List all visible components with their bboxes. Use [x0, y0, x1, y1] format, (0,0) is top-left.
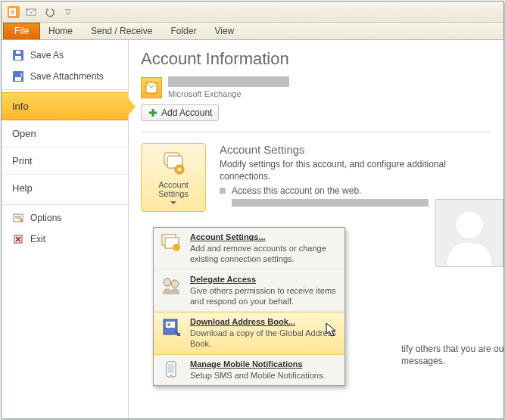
title-bar: [2, 2, 503, 23]
add-account-button[interactable]: Add Account: [141, 104, 219, 121]
svg-point-23: [171, 280, 179, 288]
nav-help[interactable]: Help: [2, 175, 128, 202]
settings-link[interactable]: Access this account on the web.: [220, 185, 491, 196]
nav-info[interactable]: Info: [2, 92, 128, 120]
bullet-icon: [220, 188, 226, 194]
nav-options[interactable]: Options: [2, 207, 128, 229]
account-header: Microsoft Exchange: [141, 76, 491, 98]
tab-view[interactable]: View: [214, 26, 234, 36]
page-title: Account Information: [141, 49, 491, 69]
nav-open[interactable]: Open: [2, 120, 128, 148]
nav-save-attachments[interactable]: Save Attachments: [2, 66, 128, 87]
exchange-icon: [141, 77, 162, 98]
send-receive-icon[interactable]: [24, 5, 39, 20]
chevron-down-icon: [170, 201, 176, 205]
dd-manage-mobile[interactable]: Manage Mobile NotificationsSetup SMS and…: [154, 355, 344, 385]
tab-send-receive[interactable]: Send / Receive: [91, 26, 152, 36]
tab-home[interactable]: Home: [48, 26, 73, 36]
settings-title: Account Settings: [220, 143, 491, 156]
svg-rect-28: [168, 364, 174, 373]
nav-options-label: Options: [30, 213, 61, 223]
ribbon-tabs: Home Send / Receive Folder View: [2, 23, 503, 40]
settings-desc: Modify settings for this account, and co…: [220, 158, 491, 182]
undo-icon[interactable]: [42, 5, 58, 20]
dd-delegate-access[interactable]: Delegate AccessGive others permission to…: [154, 270, 344, 313]
account-type: Microsoft Exchange: [168, 89, 491, 98]
svg-point-9: [20, 219, 23, 222]
nav-print[interactable]: Print: [2, 148, 128, 175]
nav-save-att-label: Save Attachments: [30, 71, 104, 82]
account-settings-dropdown: Account Settings...Add and remove accoun…: [153, 227, 345, 386]
section-out-of-office-partial: of Office) tify others that you are out …: [356, 328, 503, 367]
svg-rect-5: [16, 51, 20, 54]
dd-account-settings[interactable]: Account Settings...Add and remove accoun…: [154, 228, 344, 270]
file-tab[interactable]: File: [3, 23, 40, 39]
svg-rect-4: [15, 56, 21, 60]
nav-exit-label: Exit: [30, 234, 45, 244]
url-redacted: [232, 199, 429, 207]
settings-stack-icon: [160, 150, 187, 177]
svg-point-29: [170, 375, 172, 376]
svg-point-21: [173, 244, 180, 251]
account-settings-button[interactable]: Account Settings: [141, 143, 206, 212]
mouse-cursor: [326, 322, 339, 339]
account-name-redacted: [168, 76, 289, 87]
svg-point-17: [456, 212, 482, 238]
svg-point-15: [178, 168, 181, 171]
tab-folder[interactable]: Folder: [170, 26, 196, 36]
plus-icon: [148, 107, 158, 118]
nav-save-as[interactable]: Save As: [2, 45, 128, 66]
app-icon[interactable]: [6, 5, 21, 20]
contact-photo: [435, 199, 503, 267]
svg-point-26: [167, 323, 170, 326]
nav-save-as-label: Save As: [30, 50, 64, 61]
svg-point-22: [164, 278, 171, 286]
dd-download-address-book[interactable]: Download Address Book...Download a copy …: [154, 312, 344, 355]
backstage-nav: Save As Save Attachments Info Open Print…: [2, 40, 129, 418]
qat-customize-icon[interactable]: [61, 5, 76, 20]
svg-rect-7: [15, 77, 21, 81]
nav-exit[interactable]: Exit: [2, 229, 128, 250]
